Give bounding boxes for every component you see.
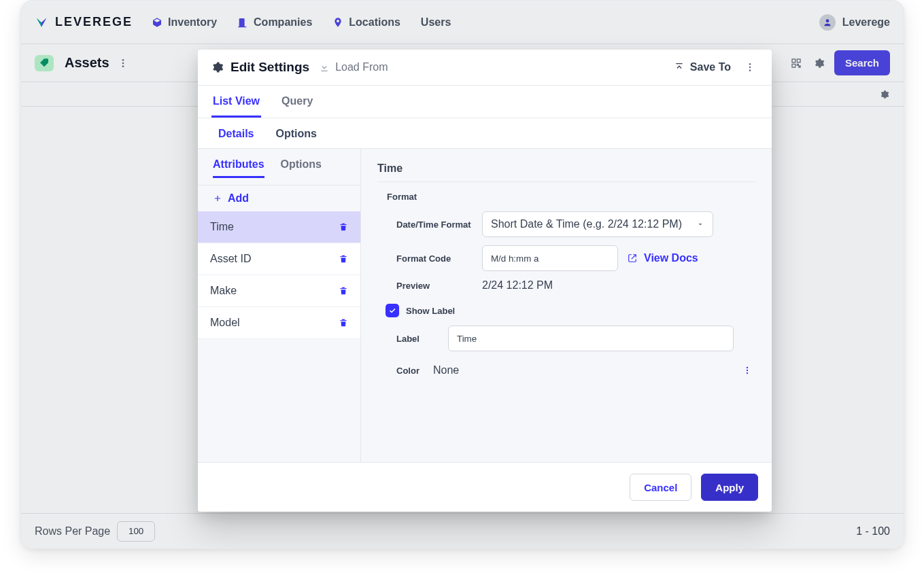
trash-icon[interactable] [339, 222, 348, 232]
kebab-icon[interactable] [115, 55, 131, 71]
attribute-item-label: Asset ID [210, 253, 251, 265]
trash-icon[interactable] [339, 286, 348, 296]
svg-point-3 [122, 65, 124, 67]
avatar-icon [819, 14, 836, 31]
svg-point-8 [749, 67, 751, 69]
trash-icon[interactable] [339, 318, 348, 328]
row-range: 1 - 100 [856, 525, 890, 538]
page-title: Assets [65, 55, 109, 71]
tab-query[interactable]: Query [280, 86, 314, 118]
view-docs-label: View Docs [644, 251, 698, 264]
svg-point-2 [122, 62, 124, 64]
cancel-button[interactable]: Cancel [630, 474, 691, 501]
external-link-icon [628, 253, 637, 263]
load-from-button[interactable]: Load From [319, 61, 388, 73]
add-label: Add [228, 192, 249, 205]
modal-subtabs: Details Options [198, 118, 772, 149]
edit-settings-modal: Edit Settings Load From Save To List Vie… [198, 50, 772, 512]
subtab-options[interactable]: Options [274, 118, 318, 148]
save-to-button[interactable]: Save To [674, 61, 731, 73]
top-nav: LEVEREGE Inventory Companies Locations U… [21, 1, 904, 44]
modal-footer: Cancel Apply [198, 462, 772, 512]
gear-icon [211, 61, 224, 73]
color-label: Color [396, 366, 420, 376]
datetime-format-select[interactable]: Short Date & Time (e.g. 2/24 12:12 PM) [482, 211, 713, 237]
attribute-item-label: Model [210, 317, 240, 329]
nav-locations-label: Locations [349, 16, 400, 29]
upload-icon [674, 62, 685, 73]
brand-text: LEVEREGE [55, 15, 133, 29]
view-docs-link[interactable]: View Docs [628, 251, 698, 264]
show-label-text: Show Label [406, 306, 455, 316]
rows-per-page-input[interactable] [117, 521, 155, 542]
pin-icon [332, 17, 343, 28]
apply-button[interactable]: Apply [701, 474, 758, 501]
attribute-item[interactable]: Time [198, 211, 360, 243]
nav-users[interactable]: Users [421, 16, 451, 29]
search-button[interactable]: Search [834, 50, 890, 75]
svg-rect-4 [792, 59, 795, 63]
attr-tab-attributes[interactable]: Attributes [213, 158, 264, 178]
user-name: Leverege [842, 16, 890, 29]
attributes-panel: Attributes Options Add Time Asset ID [198, 149, 361, 462]
modal-header: Edit Settings Load From Save To [198, 50, 772, 86]
kebab-icon[interactable] [742, 59, 758, 75]
attributes-list: Time Asset ID Make Model [198, 211, 360, 339]
app-window: LEVEREGE Inventory Companies Locations U… [20, 0, 904, 549]
save-to-label: Save To [690, 61, 731, 73]
attribute-item-label: Make [210, 285, 237, 297]
tab-list-view[interactable]: List View [211, 86, 261, 118]
attribute-item[interactable]: Asset ID [198, 243, 360, 275]
user-menu[interactable]: Leverege [819, 14, 890, 31]
building-icon [237, 17, 248, 28]
nav-companies-label: Companies [254, 16, 312, 29]
tag-icon [35, 55, 54, 71]
nav-locations[interactable]: Locations [332, 16, 400, 29]
modal-title: Edit Settings [230, 60, 309, 75]
modal-body: Attributes Options Add Time Asset ID [198, 149, 772, 462]
gear-icon[interactable] [811, 55, 827, 71]
kebab-icon[interactable] [739, 362, 755, 378]
add-attribute-button[interactable]: Add [198, 186, 360, 211]
chevron-down-icon [696, 220, 704, 228]
download-icon [319, 62, 330, 73]
trash-icon[interactable] [339, 254, 348, 264]
attr-tab-options[interactable]: Options [281, 158, 322, 178]
plus-icon [213, 194, 222, 203]
preview-label: Preview [377, 281, 473, 291]
nav-inventory-label: Inventory [168, 16, 217, 29]
label-input[interactable] [448, 325, 734, 351]
svg-point-0 [825, 19, 829, 22]
format-code-label: Format Code [377, 253, 473, 264]
cube-icon [152, 17, 162, 28]
subtab-details[interactable]: Details [217, 118, 255, 148]
attribute-item-label: Time [210, 221, 234, 233]
nav-inventory[interactable]: Inventory [152, 16, 217, 29]
attribute-item[interactable]: Make [198, 275, 360, 307]
svg-point-9 [749, 69, 751, 71]
preview-value: 2/24 12:12 PM [482, 279, 553, 292]
datetime-format-value: Short Date & Time (e.g. 2/24 12:12 PM) [491, 218, 682, 230]
datetime-format-label: Date/Time Format [377, 219, 473, 230]
modal-tabs: List View Query [198, 86, 772, 118]
table-footer: Rows Per Page 1 - 100 [21, 513, 904, 548]
color-value: None [433, 364, 739, 376]
load-from-label: Load From [335, 61, 388, 73]
svg-point-7 [749, 63, 751, 65]
format-code-input[interactable] [482, 245, 618, 271]
nav-links: Inventory Companies Locations Users [152, 16, 451, 29]
qr-icon[interactable] [788, 55, 804, 71]
label-field-label: Label [377, 334, 439, 344]
show-label-checkbox[interactable] [386, 304, 399, 317]
attribute-item[interactable]: Model [198, 307, 360, 339]
svg-rect-5 [797, 59, 800, 63]
svg-rect-6 [792, 64, 795, 67]
panel-heading: Time [377, 162, 755, 182]
gear-icon[interactable] [876, 86, 893, 103]
rows-per-page-label: Rows Per Page [35, 525, 110, 538]
svg-point-11 [747, 370, 748, 371]
format-group-label: Format [387, 192, 755, 202]
nav-companies[interactable]: Companies [237, 16, 312, 29]
page-tag: Assets [35, 55, 109, 71]
attribute-detail-panel: Time Format Date/Time Format Short Date … [361, 149, 772, 462]
